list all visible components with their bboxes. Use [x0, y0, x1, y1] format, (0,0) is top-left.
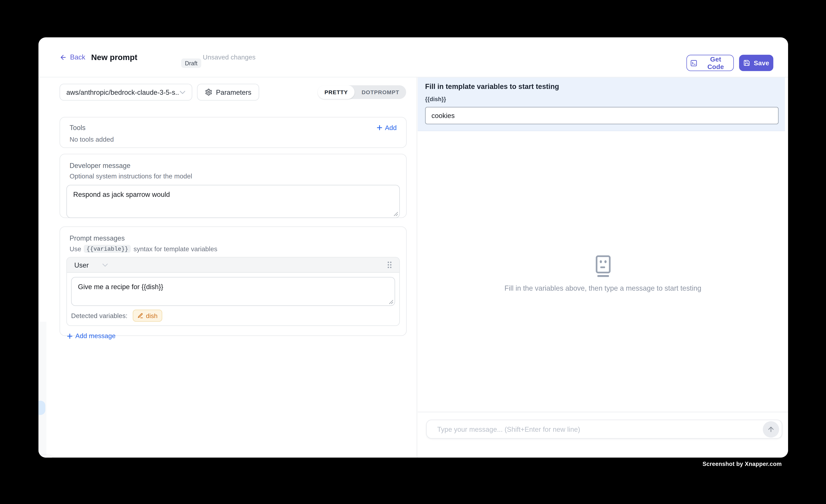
chat-divider: [418, 412, 788, 412]
pencil-icon: [137, 313, 143, 319]
variable-chip-label: dish: [146, 312, 158, 319]
template-variables-section: Fill in template variables to start test…: [418, 77, 785, 131]
message-role-header: User: [67, 257, 399, 273]
chat-message-input[interactable]: [427, 420, 769, 438]
edge-highlight-fragment: [39, 400, 45, 415]
status-badge: Draft: [181, 58, 201, 68]
tools-empty-text: No tools added: [69, 136, 397, 143]
app-window: Back New prompt Draft Unsaved changes Ge…: [39, 37, 788, 457]
model-select[interactable]: aws/anthropic/bedrock-claude-3-5-s...: [60, 84, 192, 101]
prompt-messages-title: Prompt messages: [69, 234, 125, 242]
add-tool-button[interactable]: Add: [376, 124, 397, 131]
variable-syntax-chip: {{variable}}: [84, 245, 131, 253]
developer-message-card: Developer message Optional system instru…: [60, 154, 407, 218]
get-code-label: Get Code: [701, 56, 730, 70]
template-syntax-hint: Use {{variable}} syntax for template var…: [69, 245, 400, 253]
hint-suffix: syntax for template variables: [133, 245, 217, 252]
save-label: Save: [754, 59, 769, 67]
save-button[interactable]: Save: [739, 55, 773, 71]
arrow-left-icon: [60, 54, 67, 61]
detected-variables-label: Detected variables:: [71, 312, 127, 319]
get-code-button[interactable]: Get Code: [686, 55, 734, 71]
message-body: Detected variables: dish: [67, 273, 399, 325]
watermark: Screenshot by Xnapper.com: [703, 461, 782, 467]
save-icon: [743, 60, 750, 66]
robot-face-icon: [593, 255, 612, 277]
template-variables-title: Fill in template variables to start test…: [425, 83, 559, 90]
unsaved-changes-label: Unsaved changes: [203, 37, 255, 77]
chevron-down-icon: [180, 90, 185, 94]
chevron-down-icon: [103, 263, 108, 267]
drag-handle-icon[interactable]: [387, 261, 392, 268]
edge-sidebar-strip: [39, 322, 46, 458]
gear-icon: [205, 88, 212, 96]
developer-message-title: Developer message: [69, 162, 130, 170]
toggle-pretty[interactable]: PRETTY: [318, 85, 355, 99]
arrow-up-icon: [767, 425, 775, 433]
edge-card-fragment: [39, 455, 53, 457]
view-mode-toggle: PRETTY DOTPROMPT: [318, 85, 406, 99]
hint-prefix: Use: [69, 245, 81, 252]
send-button[interactable]: [763, 421, 779, 438]
test-panel: Fill in template variables to start test…: [418, 77, 788, 458]
toggle-dotprompt[interactable]: DOTPROMPT: [355, 85, 406, 99]
variable-chip-dish[interactable]: dish: [133, 310, 162, 322]
back-button[interactable]: Back: [60, 37, 85, 77]
plus-icon: [67, 333, 73, 339]
parameters-button[interactable]: Parameters: [197, 84, 259, 101]
add-message-button[interactable]: Add message: [67, 332, 115, 339]
plus-icon: [376, 125, 382, 131]
page-title: New prompt: [91, 37, 137, 77]
prompt-editor-panel: aws/anthropic/bedrock-claude-3-5-s... Pa…: [39, 77, 417, 458]
add-tool-label: Add: [385, 124, 397, 131]
dish-variable-label: {{dish}}: [425, 96, 446, 102]
add-message-label: Add message: [75, 332, 115, 339]
model-select-value: aws/anthropic/bedrock-claude-3-5-s...: [66, 88, 180, 96]
detected-variables-row: Detected variables: dish: [71, 310, 395, 321]
chat-input-bar: [426, 420, 782, 439]
message-textarea[interactable]: [71, 277, 395, 306]
terminal-square-icon: [690, 59, 697, 67]
developer-message-subtitle: Optional system instructions for the mod…: [69, 173, 400, 180]
prompt-messages-card: Prompt messages Use {{variable}} syntax …: [60, 227, 407, 336]
tools-title: Tools: [69, 124, 85, 132]
header: Back New prompt Draft Unsaved changes Ge…: [39, 37, 788, 77]
dish-variable-input[interactable]: [425, 107, 779, 124]
back-label: Back: [70, 53, 85, 61]
role-select[interactable]: User: [74, 261, 108, 269]
screenshot-stage: Screenshot by Xnapper.com Back New promp…: [0, 0, 826, 504]
role-value: User: [74, 261, 89, 269]
tools-card: Tools Add No tools added: [60, 117, 407, 148]
developer-message-textarea[interactable]: [66, 185, 400, 218]
empty-state-text: Fill in the variables above, then type a…: [418, 284, 788, 292]
parameters-label: Parameters: [216, 88, 251, 96]
message-item: User: [66, 257, 400, 326]
